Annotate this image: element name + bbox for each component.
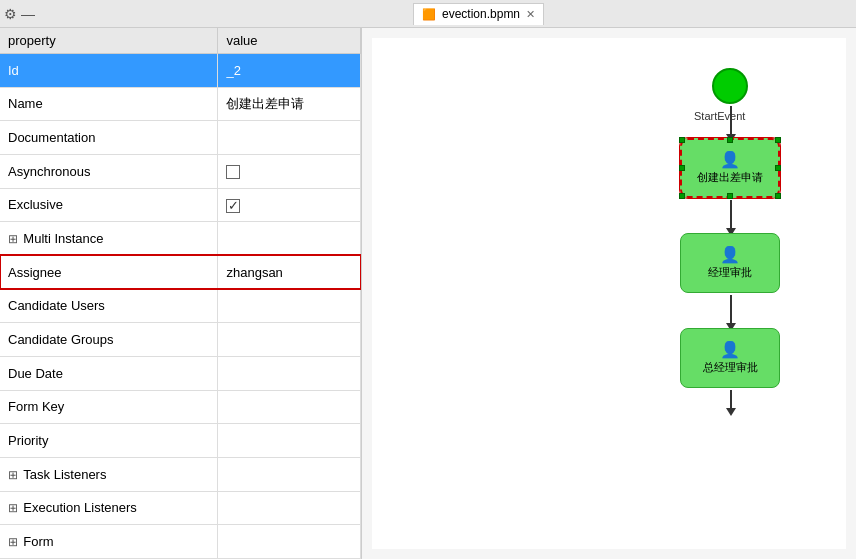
expand-icon[interactable]: ⊞ [8, 468, 21, 482]
col-property-header: property [0, 28, 218, 54]
table-row[interactable]: Assigneezhangsan [0, 255, 361, 289]
property-cell: ⊞ Form [0, 525, 218, 559]
task1-node[interactable]: 👤 创建出差申请 [680, 138, 780, 198]
value-cell[interactable] [218, 390, 361, 424]
property-cell: ⊞ Execution Listeners [0, 491, 218, 525]
arrow-tip-4 [726, 408, 736, 416]
table-row[interactable]: ⊞ Form [0, 525, 361, 559]
value-cell[interactable] [218, 154, 361, 188]
expand-icon[interactable]: ⊞ [8, 535, 21, 549]
resize-handle-bm[interactable] [727, 193, 733, 199]
property-cell: Id [0, 54, 218, 88]
value-cell[interactable] [218, 457, 361, 491]
task3-icon: 👤 [720, 342, 740, 358]
table-row[interactable]: Exclusive [0, 188, 361, 222]
value-cell[interactable]: zhangsan [218, 255, 361, 289]
property-cell: Priority [0, 424, 218, 458]
tab-file-icon: 🟧 [422, 8, 436, 21]
table-row[interactable]: Id_2 [0, 54, 361, 88]
start-event-node[interactable] [712, 68, 748, 104]
col-value-header: value [218, 28, 361, 54]
main-content: property value Id_2Name创建出差申请Documentati… [0, 28, 856, 559]
task2-node[interactable]: 👤 经理审批 [680, 233, 780, 293]
resize-handle-tr[interactable] [775, 137, 781, 143]
properties-panel: property value Id_2Name创建出差申请Documentati… [0, 28, 362, 559]
property-cell: Assignee [0, 255, 218, 289]
property-cell: Due Date [0, 356, 218, 390]
gear-icon[interactable]: ⚙ [4, 6, 17, 22]
table-row[interactable]: Priority [0, 424, 361, 458]
resize-handle-bl[interactable] [679, 193, 685, 199]
property-cell: Form Key [0, 390, 218, 424]
table-row[interactable]: Form Key [0, 390, 361, 424]
value-cell[interactable]: 创建出差申请 [218, 87, 361, 121]
resize-handle-tl[interactable] [679, 137, 685, 143]
table-row[interactable]: Name创建出差申请 [0, 87, 361, 121]
resize-handle-ml[interactable] [679, 165, 685, 171]
value-cell[interactable] [218, 424, 361, 458]
arrow-task1-to-task2 [730, 200, 732, 230]
value-cell[interactable] [218, 289, 361, 323]
property-cell: Name [0, 87, 218, 121]
properties-table: property value Id_2Name创建出差申请Documentati… [0, 28, 361, 559]
expand-icon[interactable]: ⊞ [8, 232, 21, 246]
table-row[interactable]: Asynchronous [0, 154, 361, 188]
evection-tab[interactable]: 🟧 evection.bpmn ✕ [413, 3, 544, 25]
tab-section: 🟧 evection.bpmn ✕ [43, 3, 852, 25]
task3-label: 总经理审批 [703, 360, 758, 375]
table-row[interactable]: Due Date [0, 356, 361, 390]
property-cell: Asynchronous [0, 154, 218, 188]
value-cell[interactable] [218, 525, 361, 559]
start-event-label: StartEvent [694, 110, 745, 122]
tab-label: evection.bpmn [442, 7, 520, 21]
property-cell: Documentation [0, 121, 218, 155]
arrow-task2-to-task3 [730, 295, 732, 325]
resize-handle-br[interactable] [775, 193, 781, 199]
property-cell: Candidate Users [0, 289, 218, 323]
expand-icon[interactable]: ⊞ [8, 501, 21, 515]
table-row[interactable]: ⊞ Multi Instance [0, 222, 361, 256]
top-bar: ⚙ — 🟧 evection.bpmn ✕ [0, 0, 856, 28]
table-row[interactable]: ⊞ Task Listeners [0, 457, 361, 491]
tab-close-button[interactable]: ✕ [526, 8, 535, 21]
table-row[interactable]: Candidate Users [0, 289, 361, 323]
value-cell[interactable] [218, 188, 361, 222]
property-cell: Candidate Groups [0, 323, 218, 357]
task1-label: 创建出差申请 [697, 170, 763, 185]
task2-label: 经理审批 [708, 265, 752, 280]
resize-handle-mr[interactable] [775, 165, 781, 171]
property-cell: ⊞ Multi Instance [0, 222, 218, 256]
table-row[interactable]: Documentation [0, 121, 361, 155]
minimize-icon[interactable]: — [21, 6, 35, 22]
checkbox-checked[interactable] [226, 199, 240, 213]
checkbox-unchecked[interactable] [226, 165, 240, 179]
table-row[interactable]: Candidate Groups [0, 323, 361, 357]
task2-icon: 👤 [720, 247, 740, 263]
task3-node[interactable]: 👤 总经理审批 [680, 328, 780, 388]
value-cell[interactable] [218, 323, 361, 357]
diagram-area[interactable]: StartEvent 👤 创建出差申请 [362, 28, 856, 559]
value-cell[interactable] [218, 356, 361, 390]
diagram-canvas: StartEvent 👤 创建出差申请 [372, 38, 846, 549]
value-cell[interactable] [218, 222, 361, 256]
resize-handle-tm[interactable] [727, 137, 733, 143]
property-cell: ⊞ Task Listeners [0, 457, 218, 491]
arrow-start-to-task1 [730, 106, 732, 136]
gear-area: ⚙ — [4, 6, 43, 22]
value-cell[interactable] [218, 121, 361, 155]
arrow-task3-down [730, 390, 732, 410]
table-row[interactable]: ⊞ Execution Listeners [0, 491, 361, 525]
task1-icon: 👤 [720, 152, 740, 168]
property-cell: Exclusive [0, 188, 218, 222]
value-cell[interactable] [218, 491, 361, 525]
table-header-row: property value [0, 28, 361, 54]
value-cell[interactable]: _2 [218, 54, 361, 88]
